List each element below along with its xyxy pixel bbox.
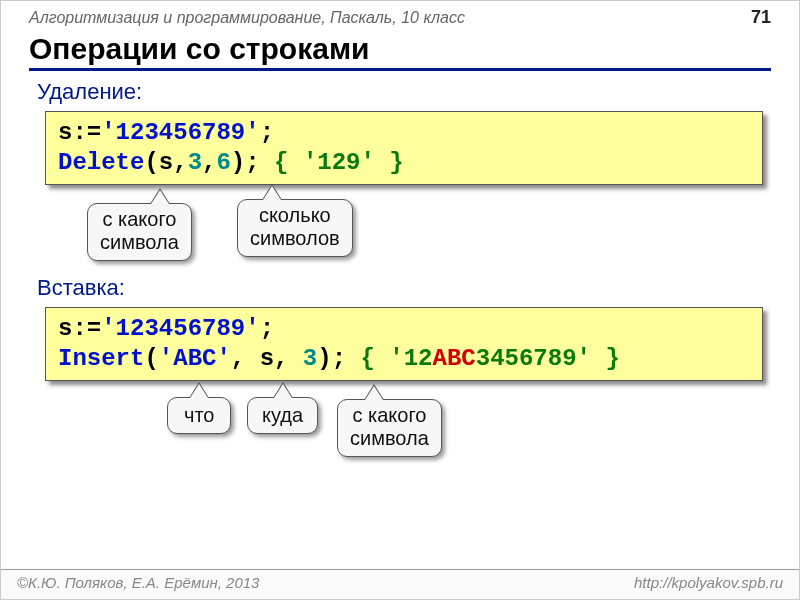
code-comment-part: ' } [577,345,620,372]
code-comment-part: 3456789 [476,345,577,372]
callout-text: сколько символов [250,204,340,249]
code-string: 'ABC' [159,345,231,372]
page-number: 71 [751,7,771,28]
code-num: 6 [216,149,230,176]
insert-code-block: s:='123456789'; Insert('ABC', s, 3); { '… [45,307,763,381]
code-var: s [58,315,72,342]
footer-copyright: ©К.Ю. Поляков, Е.А. Ерёмин, 2013 [17,574,259,591]
code-comment: { '129' } [274,149,404,176]
callout-text: куда [262,404,303,426]
code-arg: s [159,149,173,176]
delete-code-block: s:='123456789'; Delete(s,3,6); { '129' } [45,111,763,185]
insert-callouts: что куда с какого символа [37,381,763,491]
code-comment-part: 12 [404,345,433,372]
code-string: '123456789' [101,119,259,146]
code-box: s:='123456789'; Delete(s,3,6); { '129' } [45,111,763,185]
delete-callouts: с какого символа сколько символов [37,185,763,275]
code-comment-part: { ' [361,345,404,372]
insert-label: Вставка: [37,275,799,301]
code-comma: , [173,149,187,176]
code-paren: ( [144,149,158,176]
callout-text: с какого символа [100,208,179,253]
callout-tail-icon [365,386,383,400]
code-close: ); [317,345,346,372]
callout-how-many-chars: сколько символов [237,199,353,257]
callout-from-which-char: с какого символа [337,399,442,457]
slide-header: Алгоритмизация и программирование, Паска… [1,1,799,30]
callout-tail-icon [263,186,281,200]
footer-url: http://kpolyakov.spb.ru [634,574,783,591]
callout-text: что [184,404,214,426]
code-close: ); [231,149,260,176]
code-comma: , [231,345,245,372]
code-fn: Delete [58,149,144,176]
code-num: 3 [288,345,317,372]
code-fn: Insert [58,345,144,372]
code-paren: ( [144,345,158,372]
code-assign: := [72,119,101,146]
callout-tail-icon [151,190,169,204]
code-box: s:='123456789'; Insert('ABC', s, 3); { '… [45,307,763,381]
slide: Алгоритмизация и программирование, Паска… [0,0,800,600]
page-title: Операции со строками [29,32,771,71]
delete-label: Удаление: [37,79,799,105]
code-assign: := [72,315,101,342]
code-comment: { '12ABC3456789' } [361,345,620,372]
code-var: s [58,119,72,146]
code-string: '123456789' [101,315,259,342]
callout-what: что [167,397,231,434]
callout-text: с какого символа [350,404,429,449]
callout-tail-icon [190,384,208,398]
slide-footer: ©К.Ю. Поляков, Е.А. Ерёмин, 2013 http://… [1,569,799,599]
code-arg: s [245,345,274,372]
code-semi: ; [260,315,274,342]
callout-where: куда [247,397,318,434]
course-title: Алгоритмизация и программирование, Паска… [29,9,465,27]
code-comment-highlight: ABC [433,345,476,372]
code-comma: , [202,149,216,176]
code-semi: ; [260,119,274,146]
callout-tail-icon [274,384,292,398]
code-comma: , [274,345,288,372]
code-num: 3 [188,149,202,176]
callout-from-which-char: с какого символа [87,203,192,261]
